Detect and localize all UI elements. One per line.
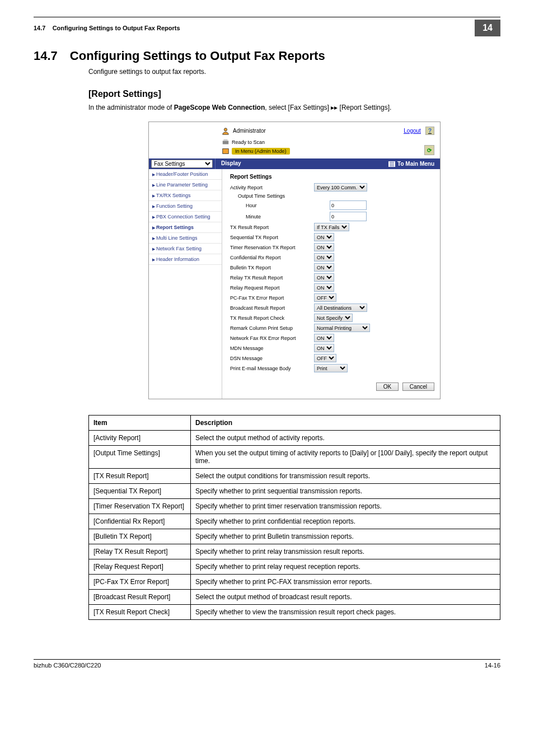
row-label: Activity Report bbox=[230, 185, 314, 190]
row-label: Output Time Settings bbox=[230, 193, 322, 199]
footer-model: bizhub C360/C280/C220 bbox=[34, 662, 101, 669]
header-title: Configuring Settings to Output Fax Repor… bbox=[53, 25, 180, 31]
item-cell: [Relay TX Result Report] bbox=[89, 544, 191, 559]
row-label: Sequential TX Report bbox=[230, 235, 314, 240]
item-cell: [Broadcast Result Report] bbox=[89, 590, 191, 605]
print-body-select[interactable]: Print bbox=[314, 364, 348, 372]
tx-check-select[interactable]: Not Specify bbox=[314, 314, 353, 322]
item-cell: [TX Result Report Check] bbox=[89, 605, 191, 620]
display-button[interactable]: Display bbox=[215, 158, 247, 169]
intro-text: Configure settings to output fax reports… bbox=[88, 68, 500, 76]
description-table: Item Description [Activity Report]Select… bbox=[88, 415, 500, 620]
heading-number: 14.7 bbox=[34, 49, 58, 63]
item-cell: [Sequential TX Report] bbox=[89, 484, 191, 499]
row-label: DSN Message bbox=[230, 356, 314, 361]
relay-tx-select[interactable]: ON bbox=[314, 273, 334, 282]
footer-page: 14-16 bbox=[485, 662, 500, 669]
svg-rect-3 bbox=[223, 149, 229, 154]
status-ready: Ready to Scan bbox=[232, 139, 265, 145]
item-cell: [PC-Fax TX Error Report] bbox=[89, 575, 191, 590]
pcfax-err-select[interactable]: OFF bbox=[314, 293, 336, 302]
sidebar-item[interactable]: PBX Connection Setting bbox=[149, 212, 222, 222]
row-label: Relay TX Result Report bbox=[230, 275, 314, 281]
row-label: Minute bbox=[230, 214, 330, 220]
table-row: [PC-Fax TX Error Report]Specify whether … bbox=[89, 575, 500, 590]
item-cell: [Relay Request Report] bbox=[89, 559, 191, 575]
desc-cell: Specify whether to print sequential tran… bbox=[191, 484, 500, 499]
sidebar-item[interactable]: Multi Line Settings bbox=[149, 233, 222, 244]
item-cell: [Timer Reservation TX Report] bbox=[89, 499, 191, 514]
desc-cell: Specify whether to print relay request r… bbox=[191, 559, 500, 575]
item-cell: [Output Time Settings] bbox=[89, 446, 191, 469]
sidebar-item[interactable]: Line Parameter Setting bbox=[149, 180, 222, 190]
table-row: [Sequential TX Report]Specify whether to… bbox=[89, 484, 500, 499]
sidebar-item[interactable]: Header Information bbox=[149, 254, 222, 265]
to-main-menu-button[interactable]: To Main Menu bbox=[383, 158, 440, 169]
table-row: [TX Result Report]Select the output cond… bbox=[89, 469, 500, 484]
admin-icon bbox=[222, 127, 229, 135]
bcast-select[interactable]: All Destinations bbox=[314, 304, 367, 312]
logout-link[interactable]: Logout bbox=[404, 128, 421, 134]
subheading: [Report Settings] bbox=[88, 89, 500, 99]
svg-rect-1 bbox=[223, 141, 229, 144]
row-label: TX Result Report bbox=[230, 225, 314, 230]
timer-res-select[interactable]: ON bbox=[314, 243, 334, 251]
refresh-icon[interactable]: ⟳ bbox=[424, 145, 434, 155]
conf-rx-select[interactable]: ON bbox=[314, 253, 334, 262]
seq-tx-select[interactable]: ON bbox=[314, 233, 334, 241]
bulletin-select[interactable]: ON bbox=[314, 263, 334, 272]
row-label: Broadcast Result Report bbox=[230, 305, 314, 311]
table-row: [Output Time Settings]When you set the o… bbox=[89, 446, 500, 469]
relay-req-select[interactable]: ON bbox=[314, 283, 334, 292]
sidebar-item[interactable]: Function Setting bbox=[149, 201, 222, 212]
row-label: Print E-mail Message Body bbox=[230, 366, 314, 371]
desc-cell: Specify whether to print Bulletin transm… bbox=[191, 529, 500, 544]
cancel-button[interactable]: Cancel bbox=[402, 382, 434, 391]
help-icon[interactable]: ? bbox=[425, 127, 434, 135]
table-row: [Relay Request Report]Specify whether to… bbox=[89, 559, 500, 575]
table-row: [Bulletin TX Report]Specify whether to p… bbox=[89, 529, 500, 544]
row-label: MDN Message bbox=[230, 346, 314, 351]
row-label: Network Fax RX Error Report bbox=[230, 335, 314, 341]
sidebar-item[interactable]: Header/Footer Position bbox=[149, 169, 222, 180]
row-label: Hour bbox=[230, 203, 330, 208]
desc-cell: Specify whether to print timer reservati… bbox=[191, 499, 500, 514]
netfax-err-select[interactable]: ON bbox=[314, 334, 334, 342]
sidebar-item[interactable]: Network Fax Setting bbox=[149, 244, 222, 254]
table-row: [Broadcast Result Report]Select the outp… bbox=[89, 590, 500, 605]
ok-button[interactable]: OK bbox=[376, 382, 399, 391]
remark-select[interactable]: Normal Printing bbox=[314, 324, 370, 332]
tx-result-select[interactable]: If TX Fails bbox=[314, 223, 349, 231]
running-header: 14.7 Configuring Settings to Output Fax … bbox=[34, 20, 500, 36]
sidebar-item[interactable]: Report Settings bbox=[149, 222, 222, 233]
header-section-num: 14.7 bbox=[34, 25, 45, 31]
table-row: [Confidential Rx Report]Specify whether … bbox=[89, 514, 500, 529]
desc-cell: Specify whether to view the transmission… bbox=[191, 605, 500, 620]
instruction: In the administrator mode of PageScope W… bbox=[88, 104, 500, 111]
screenshot-panel: Administrator Logout ? Ready to Scan bbox=[148, 122, 441, 399]
status-mode: In Menu (Admin Mode) bbox=[232, 148, 290, 155]
hour-input[interactable] bbox=[330, 200, 367, 210]
admin-label: Administrator bbox=[233, 128, 266, 134]
table-row: [Activity Report]Select the output metho… bbox=[89, 431, 500, 446]
chapter-badge: 14 bbox=[475, 20, 500, 36]
table-row: [Relay TX Result Report]Specify whether … bbox=[89, 544, 500, 559]
row-label: Timer Reservation TX Report bbox=[230, 245, 314, 250]
table-row: [TX Result Report Check]Specify whether … bbox=[89, 605, 500, 620]
category-select[interactable]: Fax Settings bbox=[151, 160, 213, 168]
panel-title: Report Settings bbox=[230, 174, 434, 180]
item-cell: [TX Result Report] bbox=[89, 469, 191, 484]
minute-input[interactable] bbox=[330, 212, 367, 221]
row-label: Bulletin TX Report bbox=[230, 265, 314, 270]
svg-rect-2 bbox=[224, 139, 228, 141]
printer-icon bbox=[222, 138, 229, 146]
row-label: Relay Request Report bbox=[230, 285, 314, 291]
dsn-select[interactable]: OFF bbox=[314, 354, 336, 362]
sidebar-item[interactable]: TX/RX Settings bbox=[149, 190, 222, 201]
mdn-select[interactable]: ON bbox=[314, 344, 334, 352]
row-label: PC-Fax TX Error Report bbox=[230, 295, 314, 301]
desc-cell: Select the output method of broadcast re… bbox=[191, 590, 500, 605]
activity-report-select[interactable]: Every 100 Comm. bbox=[314, 183, 367, 192]
menu-icon bbox=[222, 147, 229, 155]
row-label: TX Result Report Check bbox=[230, 315, 314, 321]
